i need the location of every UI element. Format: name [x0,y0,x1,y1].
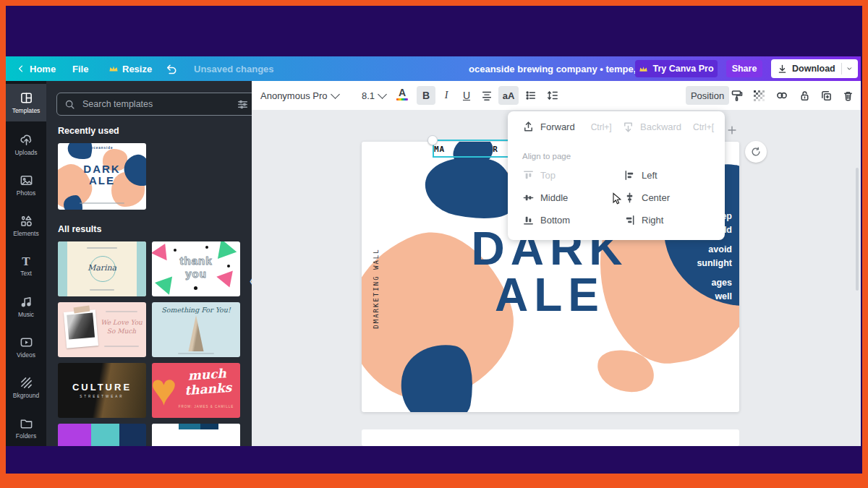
decor-line [87,247,117,249]
template-thumb-much-thanks[interactable]: ♥ much thanks FROM: JAMES & CAMILLE [152,363,240,418]
thumb-subtitle: STREETWEAR [58,395,146,398]
download-button[interactable]: Download [771,59,858,78]
restyle-button[interactable] [745,141,767,163]
align-center-icon [624,192,636,204]
italic-button[interactable]: I [437,86,456,105]
search-box[interactable] [56,93,256,116]
canvas-scrollbar[interactable] [856,168,859,291]
template-thumb-partial-left[interactable] [58,424,146,446]
headline-line2: ALE [434,272,665,318]
align-center-option[interactable]: Center [624,192,670,204]
line-spacing-button[interactable] [543,86,562,105]
transparency-button[interactable] [752,81,765,110]
font-size-select[interactable]: 8.1 [362,81,386,110]
sidebar-item-music[interactable]: Music [6,288,46,325]
selection-box[interactable] [433,140,519,158]
vertical-text[interactable]: DMARKETING WALL [373,245,383,332]
sidebar-item-templates[interactable]: Templates [6,84,46,121]
resize-menu[interactable]: Resize [109,56,152,81]
decor-dot [194,286,197,290]
file-menu[interactable]: File [72,56,88,81]
template-thumb-marina[interactable]: Marina [58,241,146,296]
bring-forward-icon [522,121,535,133]
selection-rotate-handle[interactable] [427,135,438,145]
sidebar-item-folders[interactable]: Folders [6,409,46,446]
template-thumb-partial-right[interactable] [152,424,240,446]
thumb-title: Something For You! [152,306,240,314]
align-bottom-option[interactable]: Bottom [522,214,570,226]
uppercase-button[interactable]: aA [498,86,519,105]
sidebar-label: Music [18,311,34,318]
decor [137,241,146,296]
document-title[interactable]: oceanside brewing company • tempe, az [469,56,649,81]
align-left-option[interactable]: Left [624,169,658,181]
share-button[interactable]: Share [726,60,762,77]
menu-item-forward[interactable]: Forward Ctrl+] [522,121,612,133]
delete-button[interactable] [842,81,854,110]
menu-item-backward[interactable]: Backward Ctrl+[ [622,121,714,133]
link-button[interactable] [775,81,788,110]
thumb-title-line2: So Much [107,328,136,335]
left-sidebar: Templates Uploads Photos Elements T Text… [6,81,46,446]
sidebar-item-videos[interactable]: Videos [6,328,46,366]
duplicate-button[interactable] [820,81,833,110]
bullet-list-icon [525,90,537,101]
recently-used-heading: Recently used [58,126,119,136]
lock-button[interactable] [799,81,811,110]
forward-label: Forward [540,121,575,132]
template-thumb-culture[interactable]: CULTURE STREETWEAR [58,363,146,418]
position-button[interactable]: Position [686,86,729,105]
italic-label: I [445,90,448,101]
template-thumb-dark-ale[interactable]: oceanside DARK ALE [58,143,146,210]
try-canva-pro-button[interactable]: Try Canva Pro [635,60,718,77]
thumb-title-line1: DARK [58,163,146,174]
text-align-button[interactable] [477,86,496,105]
text-color-button[interactable]: A [396,88,408,103]
bold-button[interactable]: B [417,86,435,105]
sidebar-item-background[interactable]: Bkground [6,369,46,406]
align-middle-label: Middle [540,192,568,203]
copy-style-button[interactable] [731,81,744,110]
blob-line: ages [697,276,732,290]
home-button[interactable]: Home [16,56,56,81]
templates-icon [20,91,33,105]
crown-icon [639,65,648,73]
align-to-page-heading: Align to page [522,152,571,160]
align-top-option[interactable]: Top [522,169,556,181]
transparency-icon [752,89,765,102]
underline-button[interactable]: U [457,86,476,105]
sidebar-label: Folders [16,432,36,440]
align-right-option[interactable]: Right [624,214,663,226]
chevron-left-icon [16,64,26,74]
align-center-label: Center [642,192,670,203]
next-page-strip[interactable] [362,429,739,446]
font-size-value: 8.1 [362,90,375,101]
sidebar-item-uploads[interactable]: Uploads [6,126,46,163]
sidebar-item-elements[interactable]: Elements [6,207,46,244]
all-results-heading: All results [58,224,101,234]
bullet-list-button[interactable] [522,86,540,105]
template-thumb-something-for-you[interactable]: Something For You! [152,302,240,357]
align-right-label: Right [642,215,663,226]
undo-button[interactable] [165,56,177,81]
thumb-title: CULTURE [58,382,146,393]
sidebar-item-photos[interactable]: Photos [6,166,46,204]
align-middle-option[interactable]: Middle [522,192,568,204]
canva-app: Home File Resize Unsaved changes oceansi… [6,56,861,446]
canvas-area[interactable]: MA R DARK ALE DMARKETING WALL keep cold [252,110,861,446]
search-input[interactable] [81,98,231,110]
thumb-title-line1: We Love You [101,319,142,326]
font-family-select[interactable]: Anonymous Pro [260,81,339,110]
align-bottom-label: Bottom [540,215,570,226]
sidebar-item-text[interactable]: T Text [6,247,46,285]
send-backward-icon [622,121,634,133]
thumb-title-line2: ALE [58,175,146,186]
position-dropdown: Forward Ctrl+] Backward Ctrl+[ Align to … [508,111,725,240]
add-page-button[interactable] [726,124,738,139]
chevron-down-icon[interactable] [846,64,854,74]
template-thumb-we-love-you[interactable]: We Love You So Much [58,302,146,357]
align-middle-icon [522,192,535,204]
template-thumb-thank-you[interactable]: thank you [152,241,240,296]
undo-icon [165,63,177,75]
filter-sliders-icon[interactable] [237,99,248,110]
